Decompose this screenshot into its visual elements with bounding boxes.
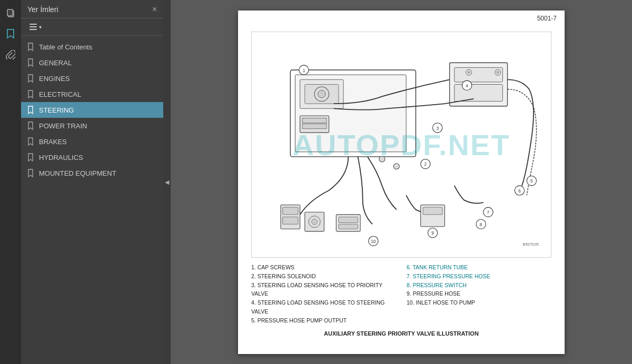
sidebar-header: Yer İmleri × — [21, 0, 163, 18]
svg-text:6: 6 — [518, 189, 521, 194]
attachments-button[interactable] — [2, 46, 19, 63]
sidebar-item-power-train[interactable]: POWER TRAIN — [21, 118, 163, 134]
svg-text:1: 1 — [303, 68, 305, 73]
bookmark-item-label: HYDRAULICS — [39, 154, 83, 161]
icon-sidebar — [0, 0, 21, 364]
sidebar-toolbar: ▾ — [21, 18, 163, 36]
collapse-icon: ◀ — [165, 179, 169, 186]
caption-title: AUXILIARY STEERING PRIORITY VALVE ILLUST… — [251, 329, 551, 339]
svg-text:4: 4 — [466, 84, 468, 88]
bookmark-outline-icon — [26, 74, 35, 83]
caption-col-right: 6. TANK RETURN TUBE7. STEERING PRESSURE … — [407, 263, 551, 325]
svg-text:5: 5 — [530, 179, 533, 184]
copy-button[interactable] — [2, 4, 19, 21]
bookmark-item-label: POWER TRAIN — [39, 122, 87, 130]
caption-columns: 1. CAP SCREWS2. STEERING SOLENOID3. STEE… — [251, 263, 551, 325]
sidebar-item-steering[interactable]: STEERING — [21, 102, 163, 118]
bookmark-item-label: ELECTRICAL — [39, 90, 81, 98]
collapse-panel-button[interactable]: ◀ — [163, 0, 171, 364]
bookmark-item-label: Table of Contents — [39, 43, 92, 51]
bookmarks-button[interactable] — [2, 25, 19, 42]
caption-area: 1. CAP SCREWS2. STEERING SOLENOID3. STEE… — [251, 263, 551, 338]
bookmark-outline-icon — [26, 106, 35, 114]
caption-line: 5. PRESSURE HOSE PUMP OUTPUT — [251, 316, 396, 325]
pdf-page: 5001-7 AUTOPDF.NET — [238, 11, 565, 354]
svg-text:7: 7 — [487, 210, 490, 215]
caption-line: 9. PRESSURE HOSE — [407, 289, 551, 298]
sidebar-title: Yer İmleri — [27, 5, 58, 14]
svg-text:9: 9 — [431, 231, 434, 236]
sidebar-item-brakes[interactable]: BRAKES — [21, 134, 163, 149]
dropdown-arrow: ▾ — [39, 24, 42, 30]
svg-text:8: 8 — [480, 223, 482, 227]
svg-rect-17 — [455, 84, 503, 101]
svg-point-21 — [496, 71, 499, 74]
svg-point-11 — [318, 90, 326, 98]
svg-rect-4 — [29, 29, 37, 30]
svg-rect-13 — [302, 118, 327, 123]
svg-point-29 — [312, 219, 318, 225]
svg-text:10: 10 — [371, 239, 376, 244]
bookmark-outline-icon — [26, 169, 35, 177]
svg-rect-31 — [339, 217, 358, 223]
svg-rect-3 — [29, 26, 37, 27]
caption-line: 4. STEERING LOAD SENSING HOSE TO STEERIN… — [251, 298, 396, 316]
caption-line: 3. STEERING LOAD SENSING HOSE TO PRIORIT… — [251, 281, 396, 299]
caption-line: 2. STEERING SOLENOID — [251, 272, 396, 281]
sidebar-item-engines[interactable]: ENGINES — [21, 70, 163, 86]
diagram-container: AUTOPDF.NET — [251, 32, 551, 258]
list-view-button[interactable]: ▾ — [26, 22, 45, 32]
caption-line: 7. STEERING PRESSURE HOSE — [407, 272, 551, 281]
diagram-svg: 1 2 3 4 5 6 7 8 9 10 — [252, 32, 551, 257]
svg-rect-2 — [29, 24, 37, 25]
sidebar-item-electrical[interactable]: ELECTRICAL — [21, 86, 163, 102]
sidebar-item-general[interactable]: GENERAL — [21, 55, 163, 70]
svg-rect-25 — [283, 207, 298, 215]
caption-col-left: 1. CAP SCREWS2. STEERING SOLENOID3. STEE… — [251, 263, 396, 325]
bookmark-outline-icon — [26, 122, 35, 130]
caption-line: 8. PRESSURE SWITCH — [407, 281, 551, 290]
sidebar-panel: Yer İmleri × ▾ Table of ContentsGENERALE… — [21, 0, 163, 364]
svg-text:3: 3 — [436, 126, 439, 131]
caption-line: 10. INLET HOSE TO PUMP — [407, 298, 551, 307]
svg-rect-34 — [423, 207, 442, 215]
sidebar-item-hydraulics[interactable]: HYDRAULICS — [21, 149, 163, 165]
caption-line: 6. TANK RETURN TUBE — [407, 263, 551, 272]
svg-point-19 — [468, 71, 470, 74]
svg-rect-16 — [455, 67, 503, 82]
svg-rect-1 — [7, 9, 13, 16]
bookmark-list: Table of ContentsGENERALENGINESELECTRICA… — [21, 36, 163, 364]
caption-line: 1. CAP SCREWS — [251, 263, 396, 272]
svg-text:2: 2 — [424, 162, 427, 167]
svg-point-23 — [393, 164, 399, 169]
bookmark-outline-icon — [26, 137, 35, 146]
main-content: 5001-7 AUTOPDF.NET — [171, 0, 632, 364]
bookmark-item-label: BRAKES — [39, 138, 67, 146]
bookmark-item-label: STEERING — [39, 106, 74, 114]
svg-rect-14 — [302, 124, 327, 129]
bookmark-item-label: ENGINES — [39, 75, 70, 83]
svg-point-22 — [379, 156, 385, 162]
bookmark-outline-icon — [26, 153, 35, 161]
bookmark-outline-icon — [26, 58, 35, 67]
close-button[interactable]: × — [152, 5, 157, 14]
bookmark-item-label: MOUNTED EQUIPMENT — [39, 169, 116, 177]
page-number: 5001-7 — [537, 15, 557, 22]
sidebar-item-toc[interactable]: Table of Contents — [21, 39, 163, 55]
svg-text:B507D35: B507D35 — [523, 242, 539, 247]
bookmark-item-label: GENERAL — [39, 59, 72, 67]
svg-rect-32 — [339, 224, 358, 229]
sidebar-item-mounted-equipment[interactable]: MOUNTED EQUIPMENT — [21, 165, 163, 181]
svg-rect-26 — [283, 217, 298, 224]
bookmark-outline-icon — [26, 43, 35, 51]
bookmark-outline-icon — [26, 90, 35, 98]
